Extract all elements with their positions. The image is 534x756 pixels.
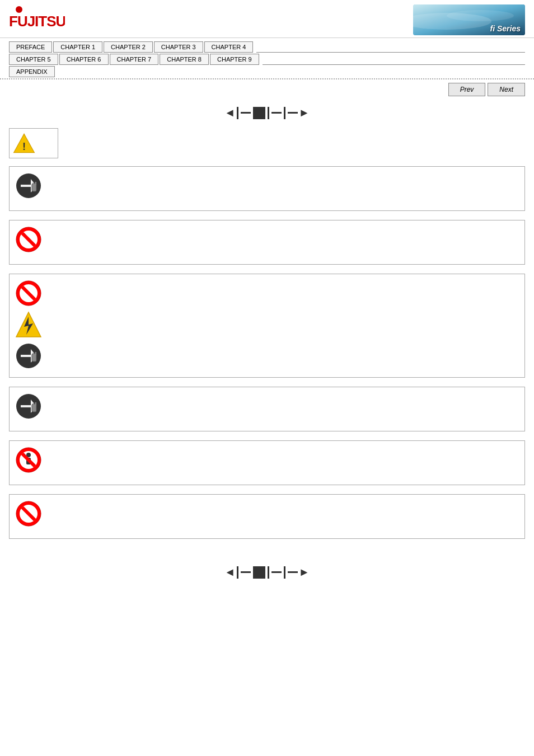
nav-line-1 bbox=[256, 52, 525, 53]
bottom-sep-line-2 bbox=[271, 571, 282, 573]
prev-next-bar: Prev Next bbox=[0, 79, 534, 100]
notice-box-plug bbox=[9, 166, 525, 211]
svg-rect-9 bbox=[32, 184, 36, 191]
tab-chapter6[interactable]: CHAPTER 6 bbox=[59, 54, 109, 65]
page-header: FUJITSU fi Series bbox=[0, 0, 534, 38]
plug-connection-icon bbox=[15, 172, 42, 199]
svg-text:!: ! bbox=[22, 140, 26, 152]
bottom-arrow-left-icon: ◄ bbox=[224, 566, 236, 579]
sep-line-1 bbox=[241, 112, 251, 114]
bottom-sep-bar-1 bbox=[237, 566, 238, 579]
fi-series-label: fi Series bbox=[490, 24, 521, 33]
bottom-sep-block bbox=[253, 566, 265, 579]
prohibition-icon-3 bbox=[15, 500, 42, 527]
sep-bar-3 bbox=[284, 107, 285, 119]
fi-series-banner: fi Series bbox=[413, 4, 525, 35]
tab-chapter4[interactable]: CHAPTER 4 bbox=[204, 41, 254, 53]
svg-rect-11 bbox=[35, 182, 36, 185]
svg-point-4 bbox=[447, 10, 514, 21]
page-separator-bottom: ◄ ► bbox=[0, 559, 534, 588]
nav-row-3: APPENDIX bbox=[9, 66, 525, 77]
svg-rect-22 bbox=[32, 354, 36, 361]
nav-line-2 bbox=[263, 64, 525, 65]
next-button[interactable]: Next bbox=[488, 83, 525, 96]
svg-rect-29 bbox=[35, 402, 36, 405]
notice-box-prohibition-1 bbox=[9, 220, 525, 265]
nav-row-1: PREFACE CHAPTER 1 CHAPTER 2 CHAPTER 3 CH… bbox=[9, 41, 525, 53]
arrow-right-icon: ► bbox=[299, 106, 310, 119]
sep-line-3 bbox=[288, 112, 298, 114]
svg-rect-24 bbox=[35, 352, 36, 355]
svg-point-0 bbox=[16, 6, 22, 13]
tab-appendix[interactable]: APPENDIX bbox=[9, 66, 55, 77]
plug-icon-2 bbox=[15, 342, 42, 369]
prohibition-circle-icon bbox=[15, 226, 42, 253]
notice-box-prohibition-2 bbox=[9, 494, 525, 539]
sep-bar-2 bbox=[268, 107, 269, 119]
prev-button[interactable]: Prev bbox=[448, 83, 486, 96]
fujitsu-logo: FUJITSU bbox=[9, 5, 65, 35]
no-handle-icon bbox=[15, 447, 42, 473]
content-area: ! bbox=[0, 128, 534, 559]
notice-box-no-handle bbox=[9, 440, 525, 485]
notice-box-warning-small: ! bbox=[9, 128, 58, 158]
plug-icon-3 bbox=[15, 393, 42, 420]
notice-box-plug-2 bbox=[9, 387, 525, 431]
warning-triangle-icon: ! bbox=[13, 132, 35, 154]
sep-block bbox=[253, 107, 265, 119]
chapter-navigation: PREFACE CHAPTER 1 CHAPTER 2 CHAPTER 3 CH… bbox=[0, 38, 534, 79]
tab-chapter5[interactable]: CHAPTER 5 bbox=[9, 54, 58, 65]
page-separator-top: ◄ ► bbox=[0, 100, 534, 128]
bottom-arrow-right-icon: ► bbox=[299, 566, 310, 579]
tab-preface[interactable]: PREFACE bbox=[9, 41, 52, 53]
svg-rect-23 bbox=[33, 352, 34, 355]
electric-warning-icon bbox=[15, 311, 42, 338]
arrow-left-icon: ◄ bbox=[224, 106, 236, 119]
svg-rect-10 bbox=[33, 182, 34, 185]
bottom-sep-bar-2 bbox=[268, 566, 269, 579]
svg-rect-27 bbox=[32, 404, 36, 412]
fujitsu-logo-svg: FUJITSU bbox=[9, 5, 65, 33]
tab-chapter1[interactable]: CHAPTER 1 bbox=[53, 41, 102, 53]
nav-row-2: CHAPTER 5 CHAPTER 6 CHAPTER 7 CHAPTER 8 … bbox=[9, 54, 525, 65]
tab-chapter2[interactable]: CHAPTER 2 bbox=[104, 41, 153, 53]
prohibition-icon-2 bbox=[15, 280, 42, 307]
sep-bar-1 bbox=[237, 107, 238, 119]
sep-line-2 bbox=[271, 112, 282, 114]
tab-chapter3[interactable]: CHAPTER 3 bbox=[154, 41, 203, 53]
tab-chapter8[interactable]: CHAPTER 8 bbox=[160, 54, 209, 65]
svg-rect-28 bbox=[33, 402, 34, 405]
notice-box-triple-icons bbox=[9, 274, 525, 378]
bottom-sep-bar-3 bbox=[284, 566, 285, 579]
tab-chapter7[interactable]: CHAPTER 7 bbox=[110, 54, 159, 65]
bottom-sep-line-3 bbox=[288, 571, 298, 573]
bottom-sep-line-1 bbox=[241, 571, 251, 573]
tab-chapter9[interactable]: CHAPTER 9 bbox=[210, 54, 259, 65]
svg-text:FUJITSU: FUJITSU bbox=[9, 13, 65, 30]
